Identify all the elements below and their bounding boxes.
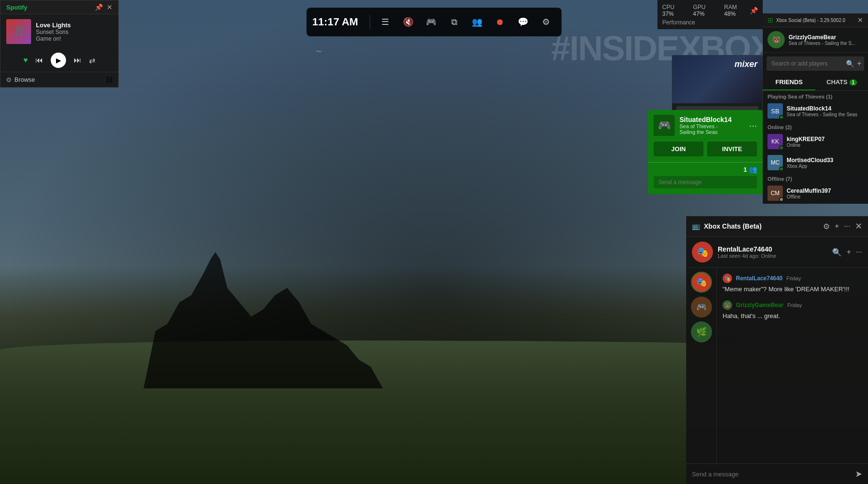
chats-title-text: Xbox Chats (Beta): [704, 222, 762, 230]
chats-xbox-icon: 📺: [692, 222, 700, 230]
play-button[interactable]: ▶: [51, 53, 66, 68]
browse-circle-icon: ⊙: [6, 76, 11, 83]
notif-more-icon[interactable]: ···: [749, 120, 757, 131]
spotify-logo: Spotify: [6, 4, 27, 11]
message-group-0: 🎭 RentalLace74640 Friday "Meme maker"? M…: [723, 274, 862, 294]
kingkreep-name: kingKREEP07: [787, 136, 863, 143]
search-input[interactable]: [771, 60, 843, 67]
kingkreep-avatar: KK: [768, 134, 783, 149]
chat-user-avatar: 🎭: [692, 242, 713, 263]
chat-user-name: RentalLace74640: [718, 245, 827, 253]
invite-button[interactable]: INVITE: [707, 142, 757, 156]
notif-message-input[interactable]: [654, 176, 757, 188]
kingkreep-status: Online: [787, 143, 863, 148]
message-group-1: 🐻 GrizzlyGameBear Friday Haha, that's ..…: [723, 300, 862, 320]
xbox-logo-icon: ⊞: [768, 16, 773, 24]
cereal-status: Offline: [787, 194, 863, 199]
spotify-panel: Spotify 📌 ✕ 🎵 Love Lights Sunset Sons Ga…: [0, 0, 119, 88]
search-icon: 🔍: [846, 60, 854, 67]
performance-pin-icon[interactable]: 📌: [750, 7, 758, 14]
add-player-icon[interactable]: +: [857, 59, 861, 68]
situated-avatar: SB: [768, 103, 783, 119]
friend-row-cereal[interactable]: CM CerealMuffin397 Offline: [763, 183, 868, 204]
join-button[interactable]: JOIN: [654, 142, 703, 156]
notif-game-line2: Sailing the Seas: [679, 129, 732, 135]
taskbar-menu-icon[interactable]: ☰: [376, 12, 395, 32]
xbox-social-close-icon[interactable]: ✕: [857, 16, 863, 24]
xbox-social-panel: ⊞ Xbox Social (Beta) - 3.29.5002.0 ✕ 🐻 G…: [763, 13, 868, 204]
chats-badge: 1: [849, 79, 857, 86]
playing-section-label: Playing Sea of Thieves (1): [763, 91, 868, 100]
situated-status: Sea of Thieves - Sailing the Seas: [787, 112, 863, 117]
cast-icon[interactable]: ⊟: [106, 75, 112, 84]
chats-message-input[interactable]: [692, 471, 851, 478]
notif-count: 1: [744, 166, 747, 173]
chats-send-button[interactable]: ➤: [855, 469, 862, 479]
situated-status-dot: [779, 115, 784, 120]
current-user-game: Sea of Thieves - Sailing the S...: [789, 41, 863, 46]
notif-user-name: SituatedBlock14: [679, 116, 732, 123]
friend-row-kingkreep[interactable]: KK kingKREEP07 Online: [763, 131, 868, 152]
chat-user-status: Last seen 4d ago: Online: [718, 253, 827, 259]
taskbar-controller-icon[interactable]: 🎮: [422, 12, 441, 32]
song-status: Game on!: [36, 35, 112, 42]
spotify-close-icon[interactable]: ✕: [107, 3, 112, 11]
cereal-avatar: CM: [768, 186, 783, 201]
prev-button[interactable]: ⏮: [35, 56, 43, 65]
chat-list-item-1[interactable]: 🎮: [691, 297, 712, 318]
album-art: 🎵: [6, 19, 31, 44]
chat-list-item-2[interactable]: 🌿: [691, 321, 712, 342]
offline-section-label: Offline (7): [763, 173, 868, 183]
message-sender-1: 🐻 GrizzlyGameBear Friday: [723, 300, 862, 310]
chat-more-icon[interactable]: ···: [856, 248, 862, 257]
cpu-stat: CPU 37%: [662, 4, 687, 17]
song-info: Love Lights Sunset Sons Game on!: [36, 22, 112, 42]
mixer-thumbnail: mixer: [672, 55, 762, 103]
chats-more-icon[interactable]: ···: [844, 222, 850, 231]
mixer-logo: mixer: [734, 59, 757, 69]
taskbar-volume-icon[interactable]: 🔇: [399, 12, 418, 32]
friend-row-mortised[interactable]: MC MortisedCloud33 Xbox App: [763, 152, 868, 173]
friends-tab[interactable]: FRIENDS: [763, 75, 815, 90]
taskbar-time: 11:17 AM: [312, 16, 364, 28]
shuffle-button[interactable]: ⇄: [89, 56, 95, 65]
notification-card: 🎮 SituatedBlock14 Sea of Thieves - Saili…: [648, 110, 763, 194]
mortised-status: Xbox App: [787, 164, 863, 169]
next-button[interactable]: ⏭: [74, 56, 81, 65]
cereal-name: CerealMuffin397: [787, 187, 863, 194]
taskbar-settings-icon[interactable]: ⚙: [536, 12, 556, 32]
taskbar: 11:17 AM ☰ 🔇 🎮 ⧉ 👥 ⏺ 💬 ⚙: [307, 8, 562, 36]
song-artist: Sunset Sons: [36, 29, 112, 35]
taskbar-record-icon[interactable]: ⏺: [490, 12, 510, 32]
chats-close-button[interactable]: ✕: [855, 221, 862, 231]
chat-search-icon[interactable]: 🔍: [832, 248, 842, 257]
current-user-avatar: 🐻: [768, 31, 785, 48]
notif-count-icon: 👥: [749, 165, 757, 173]
friend-row-situated[interactable]: SB SituatedBlock14 Sea of Thieves - Sail…: [763, 100, 868, 121]
online-section-label: Online (2): [763, 121, 868, 131]
message-text-0: "Meme maker"? More like 'DREAM MAKER'!!!: [723, 285, 862, 294]
current-user-name: GrizzlyGameBear: [789, 34, 863, 41]
kingkreep-status-dot: [779, 145, 784, 150]
bird-decoration: 〜: [316, 48, 322, 56]
chat-list-item-0[interactable]: 🎭: [691, 272, 712, 293]
notif-game-line1: Sea of Thieves -: [679, 123, 732, 129]
message-text-1: Haha, that's ... great.: [723, 312, 862, 320]
heart-button[interactable]: ♥: [23, 56, 28, 65]
browse-button[interactable]: ⊙ Browse: [6, 76, 35, 83]
chats-settings-icon[interactable]: ⚙: [823, 222, 830, 231]
notif-avatar: 🎮: [654, 115, 675, 136]
xbox-social-title-text: Xbox Social (Beta) - 3.29.5002.0: [776, 18, 846, 23]
spotify-pin-icon[interactable]: 📌: [95, 3, 103, 11]
taskbar-social-icon[interactable]: 👥: [467, 12, 487, 32]
mortised-avatar: MC: [768, 155, 783, 170]
mortised-name: MortisedCloud33: [787, 157, 863, 164]
performance-title: Performance: [662, 19, 758, 27]
taskbar-display-icon[interactable]: ⧉: [445, 12, 464, 32]
chats-tab[interactable]: CHATS1: [815, 75, 868, 90]
message-sender-0: 🎭 RentalLace74640 Friday: [723, 274, 862, 283]
chats-panel: 📺 Xbox Chats (Beta) ⚙ + ··· ✕ 🎭 RentalLa…: [686, 216, 868, 484]
chat-add-icon[interactable]: +: [846, 248, 851, 257]
chats-add-icon[interactable]: +: [835, 222, 839, 231]
taskbar-chat-icon[interactable]: 💬: [513, 12, 533, 32]
